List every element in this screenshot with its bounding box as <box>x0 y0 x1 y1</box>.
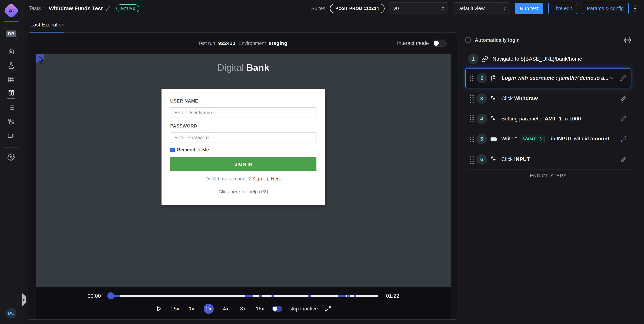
edit-step-button[interactable] <box>620 95 626 101</box>
speed-2x[interactable]: 2x <box>204 304 214 314</box>
step-text: Setting parameter AMT_1 to 1000 <box>501 116 581 122</box>
run-label: Test run <box>198 40 215 46</box>
fullscreen-button[interactable] <box>325 306 331 312</box>
timeline-segment <box>354 295 356 297</box>
test-run-video[interactable]: Digital Bank USER NAME PASSWORD ✓ Rememb… <box>36 54 451 287</box>
edit-step-button[interactable] <box>620 136 626 142</box>
edit-step-button[interactable] <box>620 75 626 81</box>
step-text: Write " ${AMT_1} " in INPUT with id amou… <box>501 135 609 143</box>
timeline-segment <box>112 295 120 297</box>
step-text: Navigate to ${BASE_URL}/bank/home <box>492 56 582 62</box>
timeline-track[interactable] <box>109 295 378 297</box>
breadcrumb-tests-link[interactable]: Tests <box>29 5 41 11</box>
username-input <box>170 107 316 118</box>
remember-me-checkbox: ✓ <box>170 148 175 152</box>
sidebar-item-runs-list[interactable] <box>0 101 23 115</box>
speed-8x[interactable]: 8x <box>238 304 248 314</box>
step-row-6[interactable]: 6 Click INPUT <box>466 149 631 170</box>
sidebar-item-settings[interactable] <box>0 150 23 164</box>
step-row-5[interactable]: 5 Write " ${AMT_1} " in INPUT with id am… <box>466 129 631 149</box>
sidebar-collapse-handle[interactable] <box>22 293 26 306</box>
view-select[interactable]: Default view <box>453 2 510 14</box>
topbar: Tests › Withdraw Funds Test ACTIVE Suite… <box>23 0 644 17</box>
player-controls: 0.5x 1x 2x 4x 8x 16x skip inactive <box>36 304 451 314</box>
sign-in-button: SIGN IN <box>170 157 316 171</box>
table-icon <box>8 76 15 83</box>
help-link: Click here for help (P3) <box>170 189 316 195</box>
drag-handle[interactable] <box>470 155 474 164</box>
sidebar: AI DB DC <box>0 0 23 324</box>
speed-4x[interactable]: 4x <box>221 304 231 314</box>
edit-step-button[interactable] <box>620 116 626 122</box>
overflow-menu-button[interactable] <box>634 4 636 12</box>
speed-0.5x[interactable]: 0.5x <box>170 304 180 314</box>
skip-inactive-toggle[interactable] <box>272 306 282 312</box>
drag-handle[interactable] <box>470 94 474 103</box>
step-number: 1 <box>468 54 478 64</box>
step-row-3[interactable]: 3 Click Withdraw <box>466 88 631 109</box>
expand-step-button[interactable] <box>608 75 615 81</box>
interact-mode-toggle[interactable] <box>433 40 446 46</box>
drag-handle[interactable] <box>470 114 474 123</box>
step-row-1[interactable]: 1 Navigate to ${BASE_URL}/bank/home <box>466 50 631 68</box>
pencil-icon <box>620 116 626 122</box>
sidebar-item-data-tables[interactable] <box>0 72 23 87</box>
steps-settings-button[interactable] <box>624 37 631 43</box>
step-text: Click INPUT <box>501 156 530 162</box>
sidebar-item-home[interactable] <box>0 44 23 58</box>
speed-1x[interactable]: 1x <box>186 304 196 314</box>
auto-login-checkbox[interactable] <box>466 37 471 43</box>
end-of-steps-label: END OF STEPS <box>466 170 631 182</box>
workspace-badge: DB <box>6 30 16 37</box>
tab-last-execution[interactable]: Last Execution <box>30 22 64 32</box>
params-config-button[interactable]: Params & config <box>582 3 629 14</box>
user-avatar[interactable]: DC <box>6 308 16 318</box>
sidebar-item-tests[interactable] <box>0 58 23 72</box>
remember-me-label: Remember Me <box>177 147 209 153</box>
step-number: 3 <box>476 93 487 104</box>
timeline-segment <box>245 295 254 297</box>
signup-row: Don't have account ? Sign Up Here <box>170 176 316 182</box>
topbar-actions: Suites POST PROD 112224 v0 Default view … <box>311 2 636 14</box>
suite-badge[interactable]: POST PROD 112224 <box>330 4 384 13</box>
run-test-button[interactable]: Run test <box>515 3 544 14</box>
execution-panel: Test run 922433 Environment staging Inte… <box>28 32 457 320</box>
live-edit-button[interactable]: Live edit <box>548 3 577 14</box>
step-number: 2 <box>477 73 487 83</box>
tree-icon <box>8 118 15 126</box>
timeline-segment <box>308 295 310 297</box>
step-row-4[interactable]: 4 Setting parameter AMT_1 to 1000 <box>466 109 631 129</box>
app-logo-text: AI <box>6 5 17 16</box>
app-logo-icon[interactable]: AI <box>3 3 19 19</box>
edit-step-button[interactable] <box>620 156 626 162</box>
columns-icon <box>8 89 15 97</box>
timeline-row: 00:00 01:22 <box>36 293 451 299</box>
workspace-switcher[interactable]: DB <box>5 28 18 40</box>
environment-value: staging <box>269 40 287 46</box>
tab-bar: Last Execution <box>30 22 64 28</box>
logo-divider <box>4 21 18 22</box>
version-select[interactable]: v0 <box>389 2 448 14</box>
edit-title-button[interactable] <box>106 6 111 11</box>
skip-inactive-label: skip inactive <box>290 306 318 312</box>
sidebar-item-recordings[interactable] <box>0 129 23 143</box>
drag-handle[interactable] <box>470 74 474 82</box>
run-id: 922433 <box>218 40 236 46</box>
link-icon <box>482 56 488 62</box>
play-button[interactable] <box>156 306 162 312</box>
clipboard-icon <box>490 75 497 81</box>
expand-icon <box>325 306 331 312</box>
active-nav-indicator <box>8 98 15 98</box>
speed-16x[interactable]: 16x <box>255 304 265 314</box>
drag-handle[interactable] <box>470 135 474 143</box>
chevron-right-icon <box>23 298 25 301</box>
cursor-click-icon <box>490 95 497 102</box>
password-input <box>170 132 316 143</box>
steps-list: 1 Navigate to ${BASE_URL}/bank/home 2 Lo… <box>466 50 631 182</box>
sidebar-item-test-editor[interactable] <box>0 87 23 101</box>
sidebar-item-suites-tree[interactable] <box>0 115 23 129</box>
view-select-value: Default view <box>457 5 484 11</box>
step-row-2-selected[interactable]: 2 Login with username : jsmith@demo.io a… <box>466 68 631 88</box>
parameter-chip: ${AMT_1} <box>520 135 544 143</box>
up-down-chevrons-icon <box>440 6 446 11</box>
